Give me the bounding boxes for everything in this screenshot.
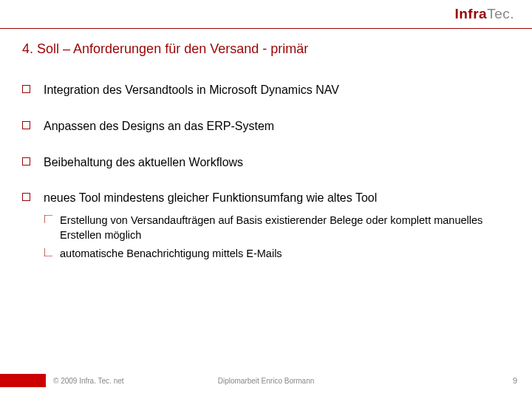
- slide-title: 4. Soll – Anforderungen für den Versand …: [22, 41, 308, 57]
- sub-bullet-row: automatische Benachrichtigung mittels E-…: [44, 247, 514, 262]
- sub-bullet-group: Erstellung von Versandaufträgen auf Basi…: [44, 214, 514, 262]
- square-bullet-icon: [22, 157, 30, 166]
- footer: © 2009 Infra. Tec. net Diplomarbeit Enri…: [0, 374, 532, 387]
- corner-bullet-icon: [44, 215, 52, 223]
- slide: InfraTec. 4. Soll – Anforderungen für de…: [0, 0, 532, 399]
- page-number: 9: [513, 376, 517, 385]
- bullet-row: Integration des Versandtools in Microsof…: [22, 83, 514, 98]
- bullet-row: neues Tool mindestens gleicher Funktions…: [22, 191, 514, 206]
- bullet-row: Beibehaltung des aktuellen Workflows: [22, 155, 514, 171]
- bullet-text: neues Tool mindestens gleicher Funktions…: [44, 191, 377, 206]
- footer-accent-block: [0, 374, 46, 387]
- content-area: Integration des Versandtools in Microsof…: [22, 83, 514, 266]
- square-bullet-icon: [22, 85, 30, 93]
- square-bullet-icon: [22, 121, 30, 129]
- bullet-row: Anpassen des Designs an das ERP-System: [22, 119, 514, 134]
- sub-bullet-row: Erstellung von Versandaufträgen auf Basi…: [44, 214, 514, 242]
- logo-part-2: Tec.: [487, 6, 514, 21]
- footer-center-text: Diplomarbeit Enrico Bormann: [218, 377, 315, 385]
- bullet-text: Anpassen des Designs an das ERP-System: [44, 119, 274, 134]
- bullet-text: Integration des Versandtools in Microsof…: [44, 83, 339, 98]
- corner-bullet-icon: [44, 248, 52, 256]
- square-bullet-icon: [22, 193, 30, 201]
- brand-logo: InfraTec.: [454, 6, 514, 22]
- sub-bullet-text: Erstellung von Versandaufträgen auf Basi…: [60, 214, 514, 242]
- footer-copyright: © 2009 Infra. Tec. net: [53, 377, 124, 385]
- bullet-text: Beibehaltung des aktuellen Workflows: [44, 155, 243, 171]
- logo-part-1: Infra: [454, 6, 487, 21]
- sub-bullet-text: automatische Benachrichtigung mittels E-…: [60, 247, 282, 262]
- header-rule: [0, 28, 532, 29]
